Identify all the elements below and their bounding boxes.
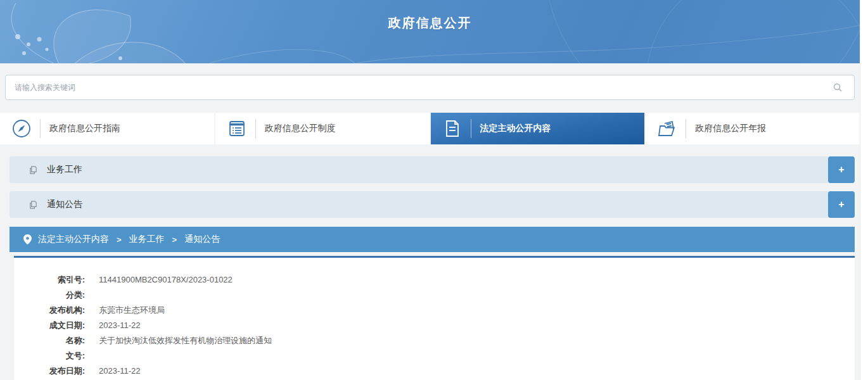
location-pin-icon — [23, 234, 32, 244]
tab-disclosure-guide[interactable]: 政府信息公开指南 — [0, 113, 214, 144]
breadcrumb-item[interactable]: 通知公告 — [184, 234, 220, 245]
tab-divider — [255, 119, 256, 138]
breadcrumb-item[interactable]: 业务工作 — [129, 234, 165, 245]
detail-value: 11441900MB2C90178X/2023-01022 — [85, 272, 233, 288]
tab-annual-report[interactable]: 政府信息公开年报 — [646, 113, 860, 144]
detail-value: 2023-11-22 — [85, 318, 141, 333]
page-title: 政府信息公开 — [0, 0, 860, 32]
tab-label: 政府信息公开指南 — [49, 123, 120, 134]
detail-row-issuing-agency: 发布机构: 东莞市生态环境局 — [14, 303, 855, 318]
detail-label: 发布日期: — [14, 364, 85, 379]
detail-value: 东莞市生态环境局 — [85, 303, 165, 318]
detail-label: 文号: — [14, 348, 85, 364]
tab-divider — [686, 119, 686, 138]
accordion-label: 通知公告 — [47, 199, 82, 210]
tab-label: 政府信息公开制度 — [265, 123, 336, 134]
tab-statutory-disclosure[interactable]: 法定主动公开内容 — [431, 113, 645, 144]
pages-icon — [29, 200, 38, 210]
document-detail-panel: 索引号: 11441900MB2C90178X/2023-01022 分类: 发… — [14, 258, 855, 380]
detail-label: 发布机构: — [14, 303, 85, 318]
detail-row-document-number: 文号: — [14, 348, 855, 364]
detail-label: 分类: — [14, 288, 85, 303]
folder-report-icon — [657, 118, 677, 139]
banner: 政府信息公开 — [0, 0, 860, 63]
detail-row-publish-date: 发布日期: 2023-11-22 — [14, 364, 855, 379]
expand-button[interactable]: + — [828, 191, 855, 218]
rulebook-icon — [227, 118, 247, 139]
detail-label: 名称: — [14, 333, 85, 348]
pages-icon — [29, 165, 38, 175]
document-icon — [442, 118, 463, 139]
breadcrumb: 法定主动公开内容 > 业务工作 > 通知公告 — [10, 227, 855, 252]
expand-button[interactable]: + — [828, 156, 855, 183]
search-button[interactable] — [827, 75, 848, 100]
detail-value — [85, 288, 99, 303]
scrollbar[interactable] — [860, 0, 868, 380]
tab-label: 法定主动公开内容 — [480, 123, 551, 134]
accordion-business-work[interactable]: 业务工作 + — [10, 156, 855, 183]
detail-row-date-written: 成文日期: 2023-11-22 — [14, 318, 855, 333]
detail-value: 2023-11-22 — [85, 364, 141, 379]
tab-label: 政府信息公开年报 — [695, 123, 766, 134]
detail-row-title: 名称: 关于加快淘汰低效挥发性有机物治理设施的通知 — [14, 333, 855, 348]
detail-value — [85, 348, 99, 364]
tab-bar: 政府信息公开指南 政府信息公开制度 — [0, 113, 860, 144]
search-input[interactable] — [5, 75, 855, 100]
tab-divider — [40, 119, 41, 138]
search-icon — [833, 82, 843, 92]
detail-row-index-number: 索引号: 11441900MB2C90178X/2023-01022 — [14, 272, 855, 288]
tab-divider — [471, 119, 471, 138]
breadcrumb-separator: > — [172, 235, 177, 244]
detail-value: 关于加快淘汰低效挥发性有机物治理设施的通知 — [85, 333, 272, 348]
tab-disclosure-system[interactable]: 政府信息公开制度 — [215, 113, 430, 144]
detail-label: 索引号: — [14, 272, 85, 288]
accordion-label: 业务工作 — [47, 164, 82, 175]
detail-label: 成文日期: — [14, 318, 85, 333]
accordion-notices[interactable]: 通知公告 + — [10, 191, 855, 218]
breadcrumb-separator: > — [117, 235, 122, 244]
search-bar — [5, 75, 855, 100]
page: 政府信息公开 政府信息公开指南 — [0, 0, 860, 380]
breadcrumb-item[interactable]: 法定主动公开内容 — [38, 234, 109, 245]
detail-row-category: 分类: — [14, 288, 855, 303]
compass-icon — [11, 118, 32, 139]
